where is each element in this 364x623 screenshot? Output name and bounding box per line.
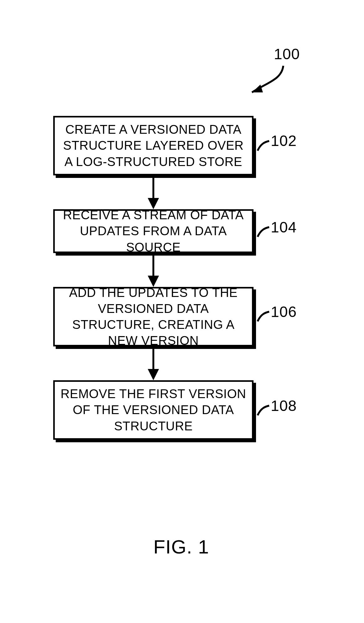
arrow-1-2 bbox=[152, 178, 154, 200]
step-1-ref: 102 bbox=[271, 132, 297, 149]
figure-caption: FIG. 1 bbox=[153, 536, 209, 558]
step-4-ref: 108 bbox=[271, 397, 297, 414]
step-2-lead bbox=[256, 226, 270, 239]
step-2-ref: 104 bbox=[271, 219, 297, 236]
arrow-3-4-head bbox=[148, 369, 159, 380]
step-4-lead bbox=[256, 404, 270, 417]
step-3-lead bbox=[256, 310, 270, 323]
diagram-ref-arrow bbox=[241, 63, 291, 100]
step-1-lead bbox=[256, 139, 270, 153]
arrow-2-3 bbox=[152, 256, 154, 278]
diagram-ref-label: 100 bbox=[274, 45, 300, 63]
step-2-text: RECEIVE A STREAM OF DATA UPDATES FROM A … bbox=[60, 207, 246, 255]
step-3-ref: 106 bbox=[271, 303, 297, 320]
step-3-text: ADD THE UPDATES TO THE VERSIONED DATA ST… bbox=[60, 285, 246, 349]
arrow-3-4 bbox=[152, 349, 154, 371]
step-4-text: REMOVE THE FIRST VERSION OF THE VERSIONE… bbox=[60, 386, 246, 434]
step-1-text: CREATE A VERSIONED DATA STRUCTURE LAYERE… bbox=[60, 122, 246, 170]
flowchart-diagram: 100 CREATE A VERSIONED DATA STRUCTURE LA… bbox=[0, 0, 364, 623]
svg-marker-0 bbox=[252, 85, 263, 92]
